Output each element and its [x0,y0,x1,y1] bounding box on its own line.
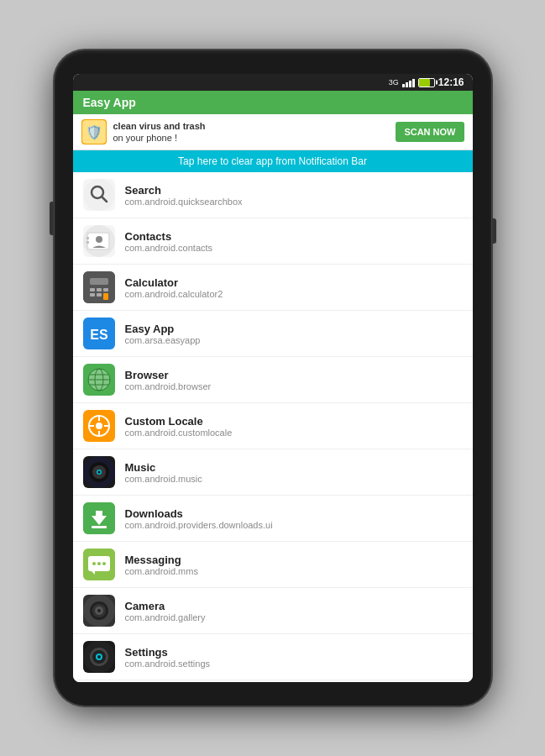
app-package: com.android.music [125,474,202,484]
svg-point-48 [102,562,106,565]
notification-bar[interactable]: Tap here to clear app from Notification … [73,150,473,172]
app-info: Messaging com.android.mms [125,554,198,576]
svg-point-46 [92,562,96,565]
list-item[interactable]: Contacts com.android.contacts [73,218,473,265]
app-icon-music [83,456,115,488]
app-name: Contacts [125,230,213,243]
svg-text:🛡️: 🛡️ [86,124,102,140]
svg-point-2 [83,179,115,211]
battery-fill [419,79,431,87]
app-name: Messaging [125,554,198,566]
svg-point-58 [97,655,101,659]
app-package: com.android.gallery [125,612,206,622]
app-name: Settings [125,646,211,659]
app-info: Music com.android.music [125,461,202,484]
list-item[interactable]: Messaging com.android.mms [73,542,473,588]
app-info: Easy App com.arsa.easyapp [125,323,201,345]
ad-icon: 🛡️ [81,119,107,144]
ad-line1: clean virus and trash [113,120,390,132]
app-name: Music [125,461,202,474]
app-package: com.android.quicksearchbox [125,197,243,207]
app-icon-camera [83,595,115,627]
app-icon-settings [83,641,115,673]
list-item[interactable]: Camera com.android.gallery [73,588,473,634]
list-item[interactable]: Settings com.android.settings [73,634,473,680]
svg-rect-9 [86,241,89,244]
scan-button[interactable]: SCAN NOW [396,122,464,142]
ad-icon-svg: 🛡️ [82,120,106,144]
svg-rect-8 [86,237,89,239]
app-info: Custom Locale com.android.customlocale [125,415,233,438]
app-icon-calculator [83,271,115,303]
app-name: Easy App [125,323,201,335]
list-item[interactable]: Search com.android.quicksearchbox [73,172,473,218]
list-item[interactable]: ES Easy App com.arsa.easyapp [73,311,473,357]
app-name: Search [125,184,243,197]
app-name: Calculator [125,276,223,289]
app-info: Settings com.android.settings [125,646,211,669]
app-package: com.android.browser [125,381,212,391]
app-icon-contacts [83,225,115,257]
app-info: Downloads com.android.providers.download… [125,507,273,530]
app-package: com.android.mms [125,566,198,576]
app-package: com.android.providers.downloads.ui [125,520,273,530]
list-item[interactable]: Browser com.android.browser [73,357,473,403]
status-bar: 3G 12:16 [73,74,473,91]
app-title-bar: Easy App [73,91,473,114]
ad-line2: on your phone ! [113,132,390,144]
battery-icon [418,78,435,87]
app-package: com.android.contacts [125,243,213,253]
app-name: Custom Locale [125,415,233,428]
svg-rect-13 [90,288,95,291]
list-item[interactable]: Downloads com.android.providers.download… [73,496,473,542]
svg-rect-18 [103,293,108,300]
svg-rect-12 [90,278,108,285]
app-package: com.android.customlocale [125,428,233,438]
app-info: Browser com.android.browser [125,369,212,391]
app-info: Camera com.android.gallery [125,600,206,622]
svg-text:ES: ES [90,328,108,342]
screen: 3G 12:16 Easy App � [73,74,473,682]
svg-point-10 [96,236,102,243]
app-icon-downloads [83,502,115,534]
app-icon-messaging [83,549,115,580]
app-icon-customlocale [83,410,115,442]
app-info: Search com.android.quicksearchbox [125,184,243,207]
tablet-frame: 3G 12:16 Easy App � [55,50,491,706]
app-name: Browser [125,369,212,381]
ad-banner[interactable]: 🛡️ clean virus and trash on your phone !… [73,114,473,150]
svg-point-53 [97,609,101,612]
list-item[interactable]: Speech Recorder com.android.speechrecord… [73,680,473,682]
app-icon-easyapp: ES [83,318,115,349]
app-icon-search [83,179,115,211]
app-icon-browser [83,364,115,396]
app-info: Contacts com.android.contacts [125,230,213,253]
list-item[interactable]: Custom Locale com.android.customlocale [73,403,473,449]
list-item[interactable]: Calculator com.android.calculator2 [73,265,473,311]
app-list: Search com.android.quicksearchbox Contac… [73,172,473,682]
app-info: Calculator com.android.calculator2 [125,276,223,299]
ad-text: clean virus and trash on your phone ! [113,120,390,144]
app-package: com.android.calculator2 [125,289,223,299]
signal-icon [402,77,415,87]
app-name: Downloads [125,507,273,520]
svg-rect-11 [83,271,115,303]
app-name: Camera [125,600,206,612]
app-package: com.android.settings [125,659,211,669]
network-label: 3G [389,78,399,87]
svg-point-30 [96,423,102,429]
app-title: Easy App [83,96,136,109]
app-package: com.arsa.easyapp [125,335,201,345]
list-item[interactable]: Music com.android.music [73,449,473,496]
notification-text: Tap here to clear app from Notification … [178,155,367,167]
svg-point-47 [97,562,101,565]
svg-point-39 [97,471,100,474]
svg-rect-17 [97,293,102,297]
status-icons: 3G 12:16 [389,76,464,88]
svg-rect-14 [97,288,102,291]
svg-rect-15 [103,288,108,291]
svg-rect-16 [90,293,95,297]
svg-rect-42 [92,526,107,528]
time-display: 12:16 [438,76,464,88]
